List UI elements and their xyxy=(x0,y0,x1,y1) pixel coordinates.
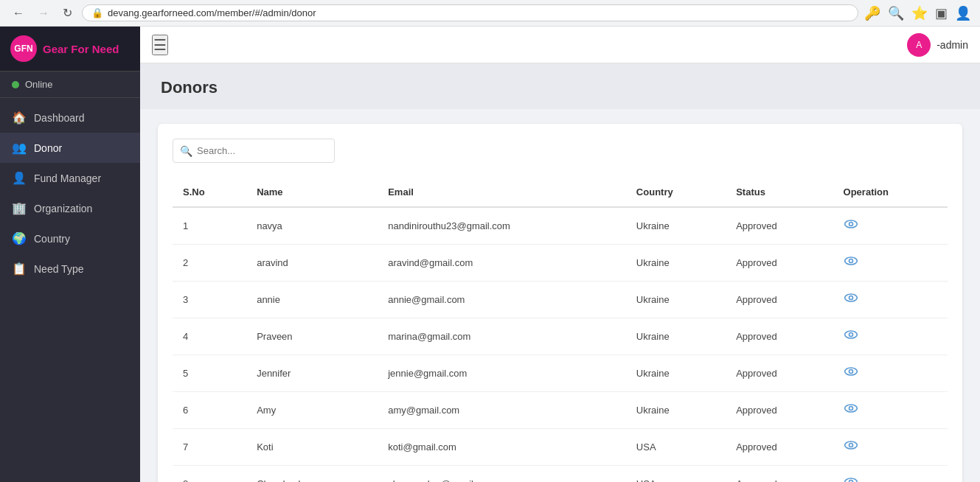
user-menu[interactable]: A -admin xyxy=(907,33,968,57)
sidebar: GFN Gear For Need Online 🏠 Dashboard 👥 D… xyxy=(0,27,140,482)
search-icon[interactable]: 🔍 xyxy=(888,5,904,21)
cell-name: aravind xyxy=(246,245,378,282)
view-button[interactable] xyxy=(844,401,858,419)
search-container: 🔍 xyxy=(173,139,335,163)
cell-country: USA xyxy=(626,429,726,466)
cell-name: Chandrsekar xyxy=(246,466,378,483)
cell-name: annie xyxy=(246,282,378,318)
col-header-name: Name xyxy=(246,178,378,207)
cell-status: Approved xyxy=(726,466,833,483)
sidebar-toggle-icon[interactable]: ▣ xyxy=(935,5,948,21)
cell-email: nandinirouthu23@gmail.com xyxy=(378,207,626,245)
table-body: 1 navya nandinirouthu23@gmail.com Ukrain… xyxy=(173,207,948,482)
sidebar-item-country[interactable]: 🌍 Country xyxy=(0,223,140,254)
url-text: devang.gearforneed.com/member/#/admin/do… xyxy=(108,7,316,18)
cell-name: Praveen xyxy=(246,318,378,355)
view-button[interactable] xyxy=(844,290,858,309)
menu-toggle-button[interactable]: ☰ xyxy=(152,35,168,55)
donors-table: S.No Name Email Country Status Operation… xyxy=(173,178,948,482)
col-header-operation: Operation xyxy=(833,178,948,207)
page-title: Donors xyxy=(161,78,959,97)
cell-status: Approved xyxy=(726,318,833,355)
url-bar[interactable]: 🔒 devang.gearforneed.com/member/#/admin/… xyxy=(82,4,858,21)
app-wrapper: GFN Gear For Need Online 🏠 Dashboard 👥 D… xyxy=(0,27,980,482)
view-button[interactable] xyxy=(844,327,858,346)
table-row: 2 aravind aravind@gmail.com Ukraine Appr… xyxy=(173,245,948,282)
sidebar-item-fund-manager[interactable]: 👤 Fund Manager xyxy=(0,163,140,193)
page-header: Donors xyxy=(140,63,980,109)
sidebar-item-need-type[interactable]: 📋 Need Type xyxy=(0,254,140,284)
sidebar-item-country-label: Country xyxy=(34,233,70,245)
svg-point-11 xyxy=(849,407,852,411)
sidebar-logo: GFN Gear For Need xyxy=(0,27,140,71)
sidebar-item-donor-label: Donor xyxy=(34,142,62,154)
svg-point-0 xyxy=(844,220,857,228)
sidebar-item-dashboard[interactable]: 🏠 Dashboard xyxy=(0,102,140,133)
cell-operation xyxy=(833,282,948,318)
cell-name: Jennifer xyxy=(246,355,378,392)
sidebar-item-organization-label: Organization xyxy=(34,203,92,214)
sidebar-item-organization[interactable]: 🏢 Organization xyxy=(0,193,140,223)
cell-sno: 6 xyxy=(173,392,246,429)
cell-sno: 3 xyxy=(173,282,246,318)
table-row: 4 Praveen marina@gmail.com Ukraine Appro… xyxy=(173,318,948,355)
cell-status: Approved xyxy=(726,392,833,429)
cell-email: marina@gmail.com xyxy=(378,318,626,355)
online-dot xyxy=(12,81,19,88)
view-button[interactable] xyxy=(844,364,858,383)
cell-country: Ukraine xyxy=(626,245,726,282)
search-icon: 🔍 xyxy=(180,145,192,157)
cell-email: amy@gmail.com xyxy=(378,392,626,429)
view-button[interactable] xyxy=(844,254,858,272)
col-header-country: Country xyxy=(626,178,726,207)
svg-point-13 xyxy=(849,444,852,447)
svg-point-4 xyxy=(844,294,857,301)
cell-name: Amy xyxy=(246,392,378,429)
bookmark-icon[interactable]: ⭐ xyxy=(911,5,928,21)
table-row: 1 navya nandinirouthu23@gmail.com Ukrain… xyxy=(173,207,948,245)
cell-country: Ukraine xyxy=(626,355,726,392)
cell-email: annie@gmail.com xyxy=(378,282,626,318)
key-icon[interactable]: 🔑 xyxy=(864,5,880,21)
reload-button[interactable]: ↻ xyxy=(59,4,76,21)
col-header-sno: S.No xyxy=(173,178,246,207)
organization-icon: 🏢 xyxy=(12,201,27,215)
cell-status: Approved xyxy=(726,429,833,466)
cell-status: Approved xyxy=(726,245,833,282)
dashboard-icon: 🏠 xyxy=(12,111,27,125)
search-input[interactable] xyxy=(173,139,335,163)
topbar: ☰ A -admin xyxy=(140,27,980,63)
country-icon: 🌍 xyxy=(12,231,27,245)
cell-country: Ukraine xyxy=(626,282,726,318)
cell-name: Koti xyxy=(246,429,378,466)
svg-point-7 xyxy=(849,333,852,337)
svg-point-3 xyxy=(849,259,852,263)
cell-country: Ukraine xyxy=(626,207,726,245)
view-button[interactable] xyxy=(844,475,858,482)
sidebar-item-donor[interactable]: 👥 Donor xyxy=(0,133,140,163)
view-button[interactable] xyxy=(844,217,858,235)
table-row: 6 Amy amy@gmail.com Ukraine Approved xyxy=(173,392,948,429)
cell-operation xyxy=(833,318,948,355)
browser-actions: 🔑 🔍 ⭐ ▣ 👤 xyxy=(864,5,971,21)
avatar: A xyxy=(907,33,931,57)
col-header-status: Status xyxy=(726,178,833,207)
view-button[interactable] xyxy=(844,438,858,456)
cell-email: aravind@gmail.com xyxy=(378,245,626,282)
logo-icon: GFN xyxy=(10,35,37,62)
cell-operation xyxy=(833,207,948,245)
table-row: 8 Chandrsekar chanrasekar@gmail.com USA … xyxy=(173,466,948,483)
cell-email: koti@gmail.com xyxy=(378,429,626,466)
svg-point-5 xyxy=(849,296,852,300)
back-button[interactable]: ← xyxy=(9,5,28,21)
cell-sno: 5 xyxy=(173,355,246,392)
sidebar-nav: 🏠 Dashboard 👥 Donor 👤 Fund Manager 🏢 Org… xyxy=(0,98,140,284)
fund-manager-icon: 👤 xyxy=(12,171,27,185)
profile-icon[interactable]: 👤 xyxy=(955,5,971,21)
content-area: 🔍 S.No Name Email Country Status xyxy=(140,109,980,482)
svg-point-10 xyxy=(844,405,857,412)
cell-status: Approved xyxy=(726,355,833,392)
cell-email: jennie@gmail.com xyxy=(378,355,626,392)
forward-button[interactable]: → xyxy=(34,5,53,21)
cell-operation xyxy=(833,466,948,483)
